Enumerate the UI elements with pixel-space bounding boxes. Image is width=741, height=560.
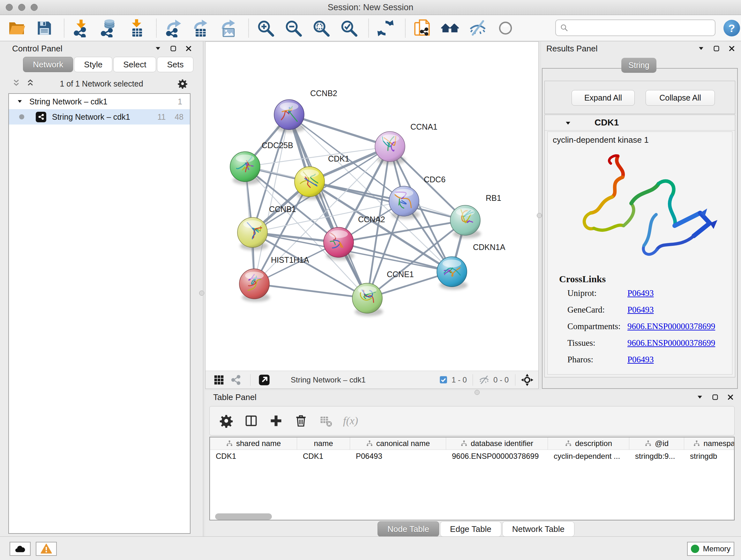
crosslink-label: Tissues: (567, 338, 627, 348)
add-column-icon[interactable] (268, 413, 284, 428)
column-header-shared-name[interactable]: shared name (210, 437, 297, 449)
table-panel-close-icon[interactable] (727, 394, 734, 401)
control-panel-close-icon[interactable] (185, 45, 192, 52)
memory-status-dot (691, 545, 699, 553)
shared-column-icon (645, 440, 652, 447)
bottom-splitter-handle[interactable] (475, 390, 480, 395)
window-maximize-button[interactable] (30, 4, 38, 11)
results-panel-maximize-icon[interactable] (713, 45, 720, 52)
export-image-button[interactable] (219, 18, 239, 38)
crosslink-link[interactable]: P06493 (627, 355, 654, 364)
function-builder-icon[interactable]: f(x) (343, 413, 358, 428)
delete-table-icon[interactable] (318, 413, 333, 428)
crosslink-link[interactable]: P06493 (627, 305, 654, 314)
control-panel-float-icon[interactable] (154, 45, 161, 52)
control-panel-title: Control Panel (0, 42, 63, 56)
help-button[interactable]: ? (724, 20, 740, 37)
results-panel-float-icon[interactable] (697, 45, 704, 52)
delete-column-icon[interactable] (293, 413, 309, 428)
crosslink-link[interactable]: 9606.ENSP00000378699 (627, 338, 715, 348)
memory-button[interactable]: Memory (687, 542, 734, 556)
grid-view-icon[interactable] (213, 374, 225, 386)
network-row[interactable]: String Network – cdk1 11 48 (9, 109, 190, 125)
network-node-CDC25B[interactable]: CDC25B (230, 141, 293, 185)
crosslink-link[interactable]: 9606.ENSP00000378699 (627, 321, 715, 331)
network-node-HIST1H1A[interactable]: HIST1H1A (239, 255, 309, 302)
warnings-button[interactable] (36, 542, 57, 556)
window-minimize-button[interactable] (18, 4, 25, 11)
collapse-all-button[interactable]: Collapse All (646, 90, 715, 106)
right-splitter-handle[interactable] (537, 213, 542, 218)
table-panel-float-icon[interactable] (696, 394, 703, 401)
node-label-CCNE1: CCNE1 (387, 270, 414, 279)
table-cell: stringdb:9... (629, 450, 684, 462)
tab-network-table[interactable]: Network Table (502, 521, 575, 537)
export-table-button[interactable] (192, 18, 211, 38)
column-header-database-identifier[interactable]: database identifier (446, 437, 548, 449)
control-panel-maximize-icon[interactable] (170, 45, 177, 52)
import-network-button[interactable] (71, 18, 91, 38)
network-node-CCNB1[interactable]: CCNB1 (238, 205, 296, 250)
tab-style[interactable]: Style (74, 57, 112, 72)
clone-network-button[interactable] (413, 18, 432, 38)
left-splitter-handle[interactable] (199, 291, 204, 296)
crosslink-link[interactable]: P06493 (627, 288, 654, 298)
show-columns-icon[interactable] (244, 413, 259, 428)
network-options-gear-icon[interactable] (178, 78, 188, 89)
node-label-CCNB2: CCNB2 (310, 89, 337, 98)
hide-selected-button[interactable] (468, 18, 487, 38)
gene-section-header[interactable]: CDK1 (545, 115, 735, 131)
selected-checkbox-icon[interactable] (439, 375, 448, 384)
export-network-button[interactable] (164, 18, 183, 38)
fit-selected-crosshair-icon[interactable] (521, 373, 534, 387)
toolbar-buttons (7, 18, 524, 38)
zoom-selected-button[interactable] (339, 18, 358, 38)
gene-expander-icon[interactable] (564, 120, 571, 127)
tab-string[interactable]: String (621, 58, 657, 73)
network-node-CDKN1A[interactable]: CDKN1A (437, 243, 506, 290)
tab-network[interactable]: Network (23, 57, 73, 72)
column-header-label: canonical name (376, 439, 430, 448)
cloud-button[interactable] (10, 542, 30, 556)
column-header--id[interactable]: @id (629, 437, 684, 449)
network-tree: String Network – cdk1 1 String Network –… (8, 93, 191, 534)
search-input[interactable] (555, 19, 716, 36)
open-session-button[interactable] (7, 18, 26, 38)
tab-edge-table[interactable]: Edge Table (440, 521, 501, 537)
hidden-eye-slash-icon[interactable] (479, 374, 489, 385)
table-options-gear-icon[interactable] (219, 413, 234, 428)
open-in-new-window-icon[interactable] (258, 374, 270, 386)
show-all-button[interactable] (496, 18, 515, 38)
network-collection-row[interactable]: String Network – cdk1 1 (9, 94, 190, 109)
results-panel-close-icon[interactable] (728, 45, 735, 52)
column-header-name[interactable]: name (297, 437, 350, 449)
table-row[interactable]: CDK1CDK1P064939606.ENSP00000378699cyclin… (210, 450, 735, 462)
column-header-description[interactable]: description (548, 437, 629, 449)
tab-select[interactable]: Select (113, 57, 156, 72)
zoom-fit-button[interactable] (312, 18, 331, 38)
network-node-CCNA1[interactable]: CCNA1 (375, 122, 437, 165)
column-header-namespace[interactable]: namespace (684, 437, 735, 449)
memory-label: Memory (703, 544, 731, 553)
column-header-label: shared name (236, 439, 281, 448)
collection-expander-icon[interactable] (17, 98, 23, 105)
network-share-icon[interactable] (230, 374, 241, 385)
column-header-canonical-name[interactable]: canonical name (350, 437, 446, 449)
expand-all-button[interactable]: Expand All (571, 90, 635, 106)
crosslink-label: Pharos: (567, 355, 627, 365)
tab-sets[interactable]: Sets (157, 57, 193, 72)
horizontal-scrollbar-thumb[interactable] (215, 513, 272, 520)
table-panel-maximize-icon[interactable] (712, 394, 719, 401)
import-database-button[interactable] (99, 18, 118, 38)
import-table-button[interactable] (127, 18, 146, 38)
apply-layout-button[interactable] (376, 18, 395, 38)
houses-button[interactable] (441, 18, 460, 38)
zoom-in-button[interactable] (256, 18, 275, 38)
network-canvas[interactable]: CCNB2CCNA1CDC25BCDK1CDC6RB1CCNB1CCNA2CDK… (205, 42, 538, 371)
tab-node-table[interactable]: Node Table (378, 521, 439, 537)
zoom-out-button[interactable] (284, 18, 303, 38)
window-close-button[interactable] (6, 4, 13, 11)
save-session-button[interactable] (35, 18, 54, 38)
toolbar-separator (405, 19, 406, 37)
network-node-RB1[interactable]: RB1 (450, 193, 501, 238)
